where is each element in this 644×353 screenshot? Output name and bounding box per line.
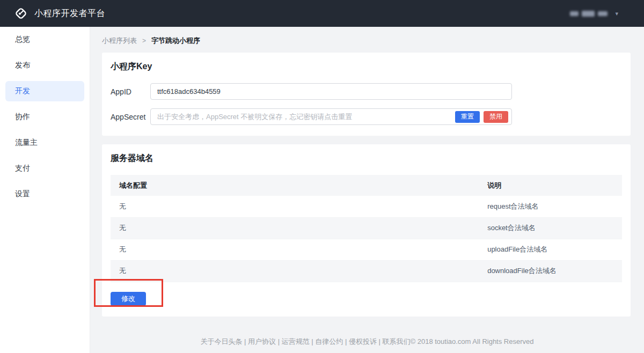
disable-button[interactable]: 禁用 (484, 111, 508, 123)
appsecret-actions: 重置 禁用 (455, 111, 508, 123)
redacted-username-block (598, 11, 608, 16)
reset-button[interactable]: 重置 (455, 111, 480, 123)
top-bar: 小程序开发者平台 ▾ (0, 0, 644, 27)
column-header-domain-config: 域名配置 (111, 175, 479, 196)
domain-table-header-row: 域名配置 说明 (111, 175, 622, 196)
table-row: 无 uploadFile合法域名 (111, 239, 622, 260)
domain-config-cell: 无 (111, 239, 479, 260)
caret-down-icon[interactable]: ▾ (615, 10, 618, 17)
domain-card-title: 服务器域名 (111, 153, 622, 164)
redacted-username-block (570, 11, 579, 16)
user-menu[interactable]: ▾ (570, 10, 630, 17)
table-row: 无 downloadFile合法域名 (111, 260, 622, 282)
column-header-description: 说明 (479, 175, 622, 196)
brand: 小程序开发者平台 (14, 6, 105, 20)
domain-config-cell: 无 (111, 196, 479, 217)
appsecret-input-wrap: 重置 禁用 (150, 108, 512, 125)
sidebar-item-collaboration[interactable]: 协作 (5, 107, 84, 127)
domain-desc-cell: socket合法域名 (479, 217, 622, 239)
sidebar-item-settings[interactable]: 设置 (5, 184, 84, 204)
domain-desc-cell: request合法域名 (479, 196, 622, 217)
app-root: 小程序开发者平台 ▾ 总览 发布 开发 协作 流量主 支付 设置 小程序列表 >… (0, 0, 644, 353)
sidebar-item-develop[interactable]: 开发 (5, 81, 84, 101)
redacted-username-block (582, 11, 595, 17)
domain-desc-cell: downloadFile合法域名 (479, 260, 622, 282)
domain-table: 域名配置 说明 无 request合法域名 无 socket合法域名 无 (111, 175, 622, 282)
table-row: 无 socket合法域名 (111, 217, 622, 239)
app-title: 小程序开发者平台 (34, 8, 105, 19)
sidebar-item-publish[interactable]: 发布 (5, 55, 84, 76)
domain-config-cell: 无 (111, 217, 479, 239)
domain-config-cell: 无 (111, 260, 479, 282)
breadcrumb-separator-icon: > (142, 37, 146, 45)
page-footer: 关于今日头条 | 用户协议 | 运营规范 | 自律公约 | 侵权投诉 | 联系我… (90, 337, 644, 347)
domain-desc-cell: uploadFile合法域名 (479, 239, 622, 260)
server-domain-card: 服务器域名 域名配置 说明 无 request合法域名 无 socket合法 (102, 144, 631, 317)
sidebar-item-payment[interactable]: 支付 (5, 158, 84, 179)
table-row: 无 request合法域名 (111, 196, 622, 217)
appid-row: AppID (111, 83, 622, 100)
miniapp-key-card: 小程序Key AppID AppSecret 重置 禁用 (102, 53, 631, 136)
sidebar-item-overview[interactable]: 总览 (5, 30, 84, 50)
appid-input[interactable] (150, 83, 512, 100)
main-content: 小程序列表 > 字节跳动小程序 小程序Key AppID AppSecret 重… (90, 27, 644, 353)
breadcrumb-parent-link[interactable]: 小程序列表 (102, 36, 137, 46)
appsecret-label: AppSecret (111, 113, 150, 121)
key-card-title: 小程序Key (111, 61, 622, 72)
breadcrumb: 小程序列表 > 字节跳动小程序 (90, 27, 644, 53)
sidebar: 总览 发布 开发 协作 流量主 支付 设置 (0, 27, 90, 353)
sidebar-item-traffic[interactable]: 流量主 (5, 133, 84, 153)
appid-label: AppID (111, 87, 150, 96)
breadcrumb-current: 字节跳动小程序 (151, 36, 200, 46)
appid-input-wrap (150, 83, 512, 100)
miniapp-logo-icon (14, 6, 28, 20)
appsecret-row: AppSecret 重置 禁用 (111, 108, 622, 125)
modify-button[interactable]: 修改 (111, 292, 146, 306)
